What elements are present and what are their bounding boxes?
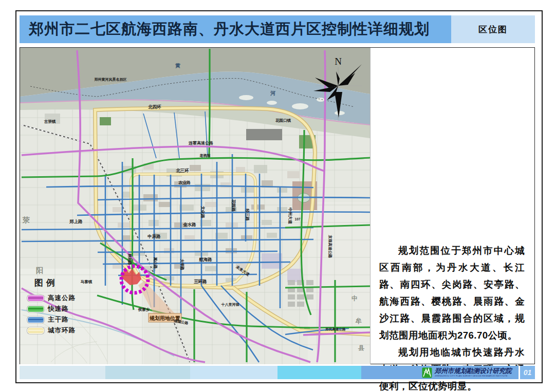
institute-text: 郑州市规划勘测设计研究院 ZHENGZHOU CITY PLAN SURVEY … — [435, 368, 515, 378]
map-label: 文化路 — [200, 206, 205, 218]
map-label: 牟 — [355, 318, 362, 325]
legend-label: 主干路 — [48, 315, 69, 324]
footer-segment-4 — [278, 366, 361, 379]
map-label: 郑州黄河风景名胜区 — [94, 77, 127, 82]
content-frame: 规划用地位置 N — [20, 47, 535, 364]
legend-swatch — [27, 316, 44, 323]
plan-document-page: 郑州市二七区航海西路南、丹水大道西片区控制性详细规划 区位图 — [0, 0, 555, 392]
institute-logo-icon — [422, 367, 432, 378]
north-arrow-n: N — [335, 56, 342, 67]
map-label: 中州大道 — [288, 208, 292, 225]
map-label: 河 — [270, 90, 276, 96]
map-label: 郑民高速公路 — [325, 327, 346, 331]
description-paragraph-1: 规划范围位于郑州市中心城区西南部，为丹水大道、长江路、南四环、尖岗路、安亭路、航… — [379, 242, 525, 344]
legend-item: 主干路 — [27, 314, 89, 325]
legend-swatch — [27, 306, 44, 312]
map-label: 荥 — [22, 216, 30, 224]
map-label: 桐柏路 — [127, 253, 132, 266]
map-label: 经三路 — [245, 208, 250, 221]
map-label: 金水路 — [182, 222, 196, 227]
legend-label: 城市环路 — [48, 326, 76, 335]
map-label: 县 — [358, 344, 364, 351]
map-legend: 图例 高速公路快速路主干路城市环路 — [27, 277, 89, 336]
map-label: 侯寨乡 — [138, 307, 150, 312]
map-label: 航海路 — [198, 257, 212, 262]
legend-swatch — [27, 327, 44, 334]
legend-label: 高速公路 — [48, 294, 76, 303]
map-label: 古荥镇 — [44, 119, 56, 124]
map-label: 北三环 — [175, 168, 189, 173]
map-label: 中原路 — [147, 234, 161, 239]
map-label: 花园口镇 — [275, 118, 291, 123]
page-title: 郑州市二七区航海西路南、丹水大道西片区控制性详细规划 — [20, 19, 430, 40]
footer-bar: 郑州市规划勘测设计研究院 ZHENGZHOU CITY PLAN SURVEY … — [20, 366, 535, 379]
legend-item: 城市环路 — [27, 325, 89, 336]
map-label: 阳 — [36, 266, 43, 274]
map-label: 十八里河镇 — [221, 303, 239, 307]
legend-item: 快速路 — [27, 304, 89, 314]
institute-name-en: ZHENGZHOU CITY PLAN SURVEY DESIGN RESEAR… — [435, 375, 508, 377]
legend-title: 图例 — [34, 277, 89, 289]
legend-label: 快速路 — [48, 305, 69, 313]
institute-block: 郑州市规划勘测设计研究院 ZHENGZHOU CITY PLAN SURVEY … — [422, 367, 515, 378]
footer-segment-1 — [20, 366, 105, 379]
legend-items: 高速公路快速路主干路城市环路 — [27, 293, 89, 336]
header-title-bar: 郑州市二七区航海西路南、丹水大道西片区控制性详细规划 — [20, 15, 451, 43]
map-label: 花园路 — [231, 199, 236, 212]
map-label: 黄 — [175, 63, 180, 68]
legend-swatch — [27, 295, 44, 302]
legend-item: 高速公路 — [27, 293, 89, 304]
map-label: 郑上路 — [69, 219, 83, 224]
map-label: 连霍高速公路 — [188, 140, 213, 145]
map-label: 北四环 — [147, 104, 161, 109]
map-label: 中 — [351, 295, 358, 302]
map-label: 嵩山路 — [153, 257, 158, 269]
map-label: 三环路 — [194, 279, 207, 284]
map-label: 107 — [295, 217, 301, 221]
map-label: 大学路 — [180, 259, 184, 271]
map-label: 京珠高速公路 — [328, 235, 332, 259]
footer-segment-2 — [105, 366, 190, 379]
footer-segment-3 — [190, 366, 278, 379]
corner-label: 区位图 — [478, 24, 508, 35]
page-number: 01 — [520, 366, 535, 379]
location-map: 规划用地位置 N — [20, 48, 371, 364]
map-label: 农业路 — [178, 180, 191, 185]
institute-name: 郑州市规划勘测设计研究院 — [435, 368, 515, 375]
header-corner: 区位图 — [451, 15, 535, 43]
footer-segment-5: 郑州市规划勘测设计研究院 ZHENGZHOU CITY PLAN SURVEY … — [361, 366, 535, 379]
map-label: 老鸦陈 — [199, 154, 211, 158]
